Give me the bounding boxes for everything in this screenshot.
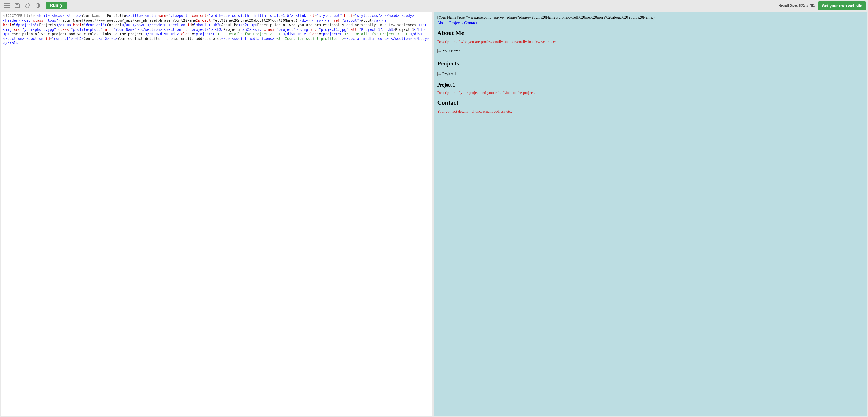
nav-links: About Projects Contact bbox=[437, 21, 864, 25]
workspace: <!DOCTYPE html> <html> <head> <title>You… bbox=[0, 11, 868, 417]
run-label: Run bbox=[50, 3, 58, 8]
project1-heading: Project 1 bbox=[437, 82, 864, 88]
logo-text: [Your Name](poe://www.poe.com/_api/key_p… bbox=[437, 14, 864, 20]
contact-description: Your contact details - phone, email, add… bbox=[437, 109, 864, 114]
svg-rect-1 bbox=[25, 3, 30, 8]
broken-image-alt: Project 1 bbox=[442, 72, 457, 76]
svg-rect-3 bbox=[437, 49, 441, 53]
nav-projects-link[interactable]: Projects bbox=[449, 21, 463, 25]
get-own-website-button[interactable]: Get your own website bbox=[818, 1, 866, 10]
about-heading: About Me bbox=[437, 29, 864, 36]
project1-description: Description of your project and your rol… bbox=[437, 90, 864, 95]
chevron-right-icon: ❯ bbox=[60, 3, 63, 7]
projects-heading: Projects bbox=[437, 60, 864, 67]
theme-icon[interactable] bbox=[33, 1, 43, 10]
save-icon[interactable] bbox=[12, 1, 22, 10]
toolbar: Run ❯ Result Size: 825 x 785 Get your ow… bbox=[0, 0, 868, 11]
about-description: Description of who you are professionall… bbox=[437, 40, 864, 44]
rotate-icon[interactable] bbox=[23, 1, 32, 10]
nav-about-link[interactable]: About bbox=[437, 21, 448, 25]
toolbar-right: Result Size: 825 x 785 Get your own webs… bbox=[779, 1, 866, 10]
broken-image-icon bbox=[437, 72, 441, 76]
toolbar-left: Run ❯ bbox=[2, 1, 67, 10]
svg-rect-4 bbox=[437, 72, 441, 76]
result-size-label: Result Size: 825 x 785 bbox=[779, 3, 815, 7]
code-editor[interactable]: <!DOCTYPE html> <html> <head> <title>You… bbox=[1, 12, 432, 416]
svg-rect-0 bbox=[16, 3, 18, 5]
nav-contact-link[interactable]: Contact bbox=[464, 21, 477, 25]
contact-heading: Contact bbox=[437, 99, 864, 106]
menu-icon[interactable] bbox=[2, 1, 11, 10]
broken-image-profile: Your Name bbox=[437, 49, 460, 53]
preview-pane: [Your Name](poe://www.poe.com/_api/key_p… bbox=[434, 12, 867, 416]
broken-image-project1: Project 1 bbox=[437, 72, 457, 76]
broken-image-alt: Your Name bbox=[442, 49, 460, 53]
broken-image-icon bbox=[437, 49, 441, 53]
run-button[interactable]: Run ❯ bbox=[46, 2, 67, 9]
